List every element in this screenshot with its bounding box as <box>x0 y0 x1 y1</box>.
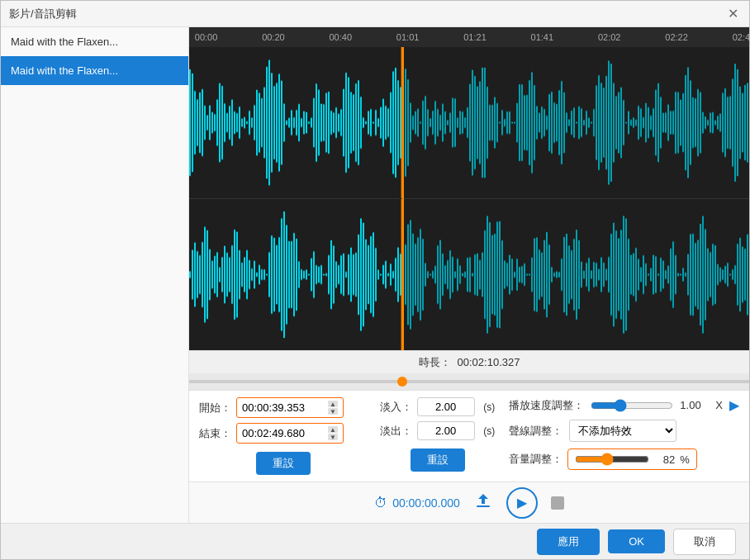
waveform-track-bottom <box>189 199 749 351</box>
effect-row: 聲線調整： 不添加特效男聲女聲機器人回聲 <box>509 420 739 442</box>
volume-value: 82 <box>654 453 675 466</box>
footer-bar: 應用 OK 取消 <box>1 523 749 559</box>
volume-slider[interactable] <box>575 453 649 466</box>
fadein-input-box[interactable] <box>417 397 475 416</box>
right-controls: 播放速度調整： 1.00 X ▶ 聲線調整： 不添加特效男聲女聲機器人回聲 <box>509 397 739 475</box>
fadeout-row: 淡出： (s) <box>380 421 496 440</box>
end-spin-up[interactable]: ▲ <box>328 426 338 433</box>
timeline-tick-6: 02:02 <box>598 32 621 42</box>
end-row: 結束： ▲ ▼ <box>199 423 367 444</box>
scrubber-area[interactable] <box>189 373 749 390</box>
middle-controls: 淡入： (s) 淡出： (s) <box>380 397 496 475</box>
playback-time: 00:00:00.000 <box>392 496 460 510</box>
scrubber-track <box>189 380 749 383</box>
effect-select[interactable]: 不添加特效男聲女聲機器人回聲 <box>569 420 676 442</box>
timeline-tick-7: 02:22 <box>665 32 688 42</box>
content-area: 00:0000:2000:4001:0101:2101:4102:0202:22… <box>189 27 749 523</box>
scrubber-thumb[interactable] <box>397 377 407 387</box>
playback-bar: ⏱ 00:00:00.000 ▶ <box>189 482 749 523</box>
svg-rect-0 <box>477 505 490 507</box>
reset-button-1[interactable]: 重設 <box>256 452 311 475</box>
timeline-tick-0: 00:00 <box>195 32 218 42</box>
speed-slider[interactable] <box>591 399 673 412</box>
fadeout-input[interactable] <box>423 425 456 437</box>
left-controls: 開始： ▲ ▼ 結束： <box>199 397 367 475</box>
clock-icon: ⏱ <box>374 496 387 510</box>
end-spin[interactable]: ▲ ▼ <box>328 426 338 440</box>
end-spin-down[interactable]: ▼ <box>328 434 338 440</box>
speed-row: 播放速度調整： 1.00 X ▶ <box>509 397 739 413</box>
apply-button[interactable]: 應用 <box>537 529 600 555</box>
reset-button-2[interactable]: 重設 <box>411 448 465 472</box>
sidebar: Maid with the Flaxen... Maid with the Fl… <box>1 27 189 523</box>
time-display: ⏱ 00:00:00.000 <box>374 496 460 510</box>
timeline-tick-4: 01:21 <box>463 32 487 42</box>
stop-button[interactable] <box>551 496 564 510</box>
end-label: 結束： <box>199 426 231 441</box>
export-button[interactable] <box>473 492 493 513</box>
cancel-button[interactable]: 取消 <box>673 529 736 555</box>
timeline-header: 00:0000:2000:4001:0101:2101:4102:0202:22… <box>189 27 749 47</box>
sidebar-item-1[interactable]: Maid with the Flaxen... <box>1 27 188 56</box>
waveform-container[interactable] <box>189 47 749 350</box>
duration-bar: 時長： 00:02:10.327 <box>189 350 749 373</box>
volume-unit: % <box>680 453 690 466</box>
timeline-tick-8: 02:42 <box>733 32 749 42</box>
effect-label: 聲線調整： <box>509 424 562 439</box>
speed-label: 播放速度調整： <box>509 398 584 413</box>
start-input[interactable] <box>242 401 325 414</box>
fadein-label: 淡入： <box>380 400 412 415</box>
controls-row: 開始： ▲ ▼ 結束： <box>189 390 749 482</box>
main-window: 影片/音訊剪輯 ✕ Maid with the Flaxen... Maid w… <box>0 0 750 560</box>
play-icon: ▶ <box>517 495 527 510</box>
waveform-track-top <box>189 47 749 199</box>
fadein-input[interactable] <box>423 401 456 413</box>
close-button[interactable]: ✕ <box>728 7 741 21</box>
start-input-box[interactable]: ▲ ▼ <box>236 397 344 418</box>
timeline-tick-1: 00:20 <box>262 32 285 42</box>
play-button[interactable]: ▶ <box>506 487 538 519</box>
duration-value: 00:02:10.327 <box>458 356 520 368</box>
volume-row: 音量調整： 82 % <box>509 448 739 470</box>
volume-control-box: 82 % <box>567 448 697 470</box>
start-row: 開始： ▲ ▼ <box>199 397 367 418</box>
speed-play-icon[interactable]: ▶ <box>729 397 739 413</box>
start-spin-down[interactable]: ▼ <box>328 408 338 415</box>
fadeout-unit: (s) <box>483 425 495 437</box>
fadeout-input-box[interactable] <box>417 421 475 440</box>
timeline-tick-5: 01:41 <box>531 32 554 42</box>
start-label: 開始： <box>199 401 231 415</box>
fadeout-label: 淡出： <box>380 424 412 439</box>
start-spin-up[interactable]: ▲ <box>328 401 338 407</box>
speed-unit: X <box>715 399 723 411</box>
speed-value: 1.00 <box>680 399 709 411</box>
titlebar: 影片/音訊剪輯 ✕ <box>1 1 749 27</box>
sidebar-item-2[interactable]: Maid with the Flaxen... <box>1 56 188 85</box>
timeline-tick-2: 00:40 <box>330 32 353 42</box>
fadein-unit: (s) <box>483 401 495 413</box>
window-title: 影片/音訊剪輯 <box>9 7 77 21</box>
ok-button[interactable]: OK <box>608 529 665 553</box>
start-spin[interactable]: ▲ ▼ <box>328 401 338 415</box>
end-input[interactable] <box>242 427 325 439</box>
end-input-box[interactable]: ▲ ▼ <box>236 423 344 444</box>
speed-slider-container <box>591 399 673 412</box>
controls-grid: 開始： ▲ ▼ 結束： <box>199 397 739 475</box>
timeline-tick-3: 01:01 <box>396 32 420 42</box>
duration-label: 時長： <box>419 355 451 370</box>
main-area: Maid with the Flaxen... Maid with the Fl… <box>1 27 749 523</box>
volume-label: 音量調整： <box>509 452 562 467</box>
fadein-row: 淡入： (s) <box>380 397 496 416</box>
